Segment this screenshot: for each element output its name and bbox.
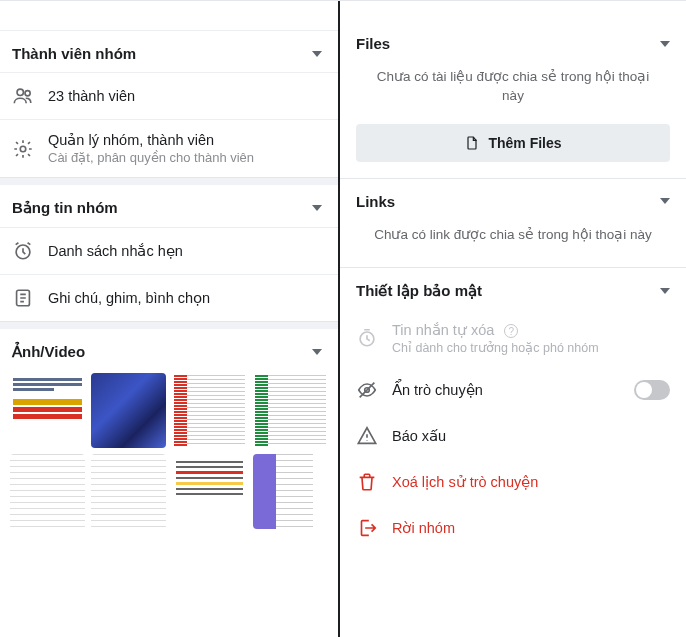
media-section-header[interactable]: Ảnh/Video [0,329,338,367]
report-label: Báo xấu [392,428,670,444]
clear-history-label: Xoá lịch sử trò chuyện [392,474,670,490]
file-icon [464,135,480,151]
board-section-title: Bảng tin nhóm [12,199,118,217]
media-thumb[interactable] [253,454,328,529]
members-count-label: 23 thành viên [48,88,322,104]
manage-group-title: Quản lý nhóm, thành viên [48,132,322,148]
security-section-header[interactable]: Thiết lập bảo mật [340,268,686,310]
notes-label: Ghi chú, ghim, bình chọn [48,290,322,306]
leave-group-row[interactable]: Rời nhóm [340,505,686,551]
auto-delete-row: Tin nhắn tự xóa ? Chỉ dành cho trưởng ho… [340,310,686,368]
svg-point-2 [20,146,26,152]
notes-row[interactable]: Ghi chú, ghim, bình chọn [0,274,338,321]
auto-delete-title: Tin nhắn tự xóa [392,322,494,338]
files-section-header[interactable]: Files [340,21,686,62]
timer-icon [356,327,378,349]
reminders-row[interactable]: Danh sách nhắc hẹn [0,227,338,274]
svg-point-0 [17,89,23,95]
exit-icon [356,517,378,539]
alarm-icon [12,240,34,262]
people-icon [12,85,34,107]
media-thumb[interactable] [91,454,166,529]
media-grid [0,367,338,539]
chevron-down-icon [660,41,670,47]
security-section-title: Thiết lập bảo mật [356,282,482,300]
media-thumb[interactable] [172,373,247,448]
media-thumb[interactable] [10,373,85,448]
gear-icon [12,138,34,160]
hide-chat-toggle[interactable] [634,380,670,400]
board-section-header[interactable]: Bảng tin nhóm [0,185,338,227]
chevron-down-icon [660,288,670,294]
chevron-down-icon [660,198,670,204]
chevron-down-icon [312,205,322,211]
auto-delete-sub: Chỉ dành cho trưởng hoặc phó nhóm [392,340,670,355]
eye-off-icon [356,379,378,401]
leave-group-label: Rời nhóm [392,520,670,536]
links-section-header[interactable]: Links [340,179,686,220]
hide-chat-label: Ẩn trò chuyện [392,382,620,398]
trash-icon [356,471,378,493]
media-thumb[interactable] [91,373,166,448]
members-section-header[interactable]: Thành viên nhóm [0,31,338,72]
media-section-title: Ảnh/Video [12,343,85,361]
media-thumb[interactable] [172,454,247,529]
report-row[interactable]: Báo xấu [340,413,686,459]
clear-history-row[interactable]: Xoá lịch sử trò chuyện [340,459,686,505]
files-section-title: Files [356,35,390,52]
help-icon: ? [504,324,518,338]
media-thumb[interactable] [10,454,85,529]
hide-chat-row[interactable]: Ẩn trò chuyện [340,367,686,413]
reminders-label: Danh sách nhắc hẹn [48,243,322,259]
manage-group-sub: Cài đặt, phân quyền cho thành viên [48,150,322,165]
chevron-down-icon [312,51,322,57]
links-empty-msg: Chưa có link được chia sẻ trong hội thoạ… [340,220,686,267]
members-section-title: Thành viên nhóm [12,45,136,62]
add-files-button[interactable]: Thêm Files [356,124,670,162]
members-count-row[interactable]: 23 thành viên [0,72,338,119]
links-section-title: Links [356,193,395,210]
files-empty-msg: Chưa có tài liệu được chia sẻ trong hội … [340,62,686,120]
manage-group-row[interactable]: Quản lý nhóm, thành viên Cài đặt, phân q… [0,119,338,177]
svg-point-1 [25,91,30,96]
chevron-down-icon [312,349,322,355]
media-thumb[interactable] [253,373,328,448]
note-icon [12,287,34,309]
add-files-label: Thêm Files [488,135,561,151]
warning-icon [356,425,378,447]
